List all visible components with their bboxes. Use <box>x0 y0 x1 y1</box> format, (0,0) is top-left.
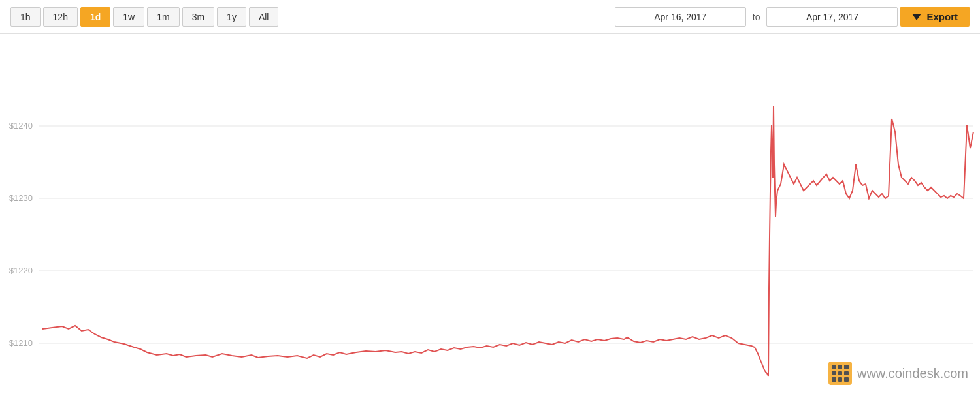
btn-all[interactable]: All <box>249 7 279 27</box>
svg-text:$1230: $1230 <box>9 193 33 203</box>
watermark: www.coindesk.com <box>828 362 968 385</box>
svg-text:$1210: $1210 <box>9 338 33 348</box>
btn-1m[interactable]: 1m <box>147 7 179 27</box>
price-line <box>42 106 973 376</box>
btn-1h[interactable]: 1h <box>10 7 41 27</box>
btn-1d[interactable]: 1d <box>80 7 110 27</box>
date-to-input[interactable] <box>766 7 898 27</box>
date-from-input[interactable] <box>615 7 746 27</box>
price-chart: $1240 $1230 $1220 $1210 <box>0 34 980 397</box>
svg-text:$1240: $1240 <box>9 121 33 131</box>
svg-text:$1220: $1220 <box>9 266 33 275</box>
btn-3m[interactable]: 3m <box>182 7 214 27</box>
btn-1w[interactable]: 1w <box>113 7 144 27</box>
export-arrow-icon <box>912 14 921 20</box>
export-button[interactable]: Export <box>900 7 970 27</box>
btn-1y[interactable]: 1y <box>217 7 246 27</box>
btn-12h[interactable]: 12h <box>43 7 78 27</box>
date-separator: to <box>749 12 764 22</box>
chart-area: $1240 $1230 $1220 $1210 www.coindesk.com <box>0 34 980 397</box>
coindesk-logo-icon <box>828 362 852 385</box>
export-label: Export <box>926 11 958 22</box>
watermark-text: www.coindesk.com <box>857 366 968 381</box>
toolbar: 1h 12h 1d 1w 1m 3m 1y All to Export <box>0 0 980 34</box>
